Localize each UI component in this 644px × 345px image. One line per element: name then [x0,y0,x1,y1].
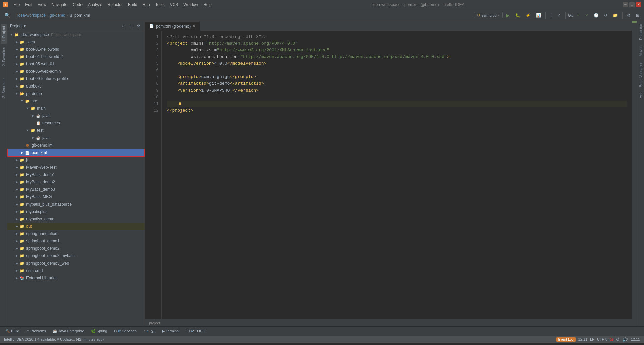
coverage-button[interactable]: ⚡ [524,12,533,19]
breadcrumb-gitdemo[interactable]: git-demo [50,13,65,18]
menu-edit[interactable]: Edit [22,2,35,8]
tree-label-main: main [37,106,46,111]
panel-settings-button[interactable]: ⚙ [135,23,142,29]
run-config-selector[interactable]: ⚙ ssm-crud ▾ [474,12,503,18]
menu-file[interactable]: File [11,2,22,8]
run-config-dropdown[interactable]: ▾ [498,14,500,17]
tree-item-mybatis2[interactable]: ▶ 📁 MyBatis_demo2 [7,178,145,186]
settings-button[interactable]: ⚙ [625,12,633,19]
right-tab-ant[interactable]: Ant [637,90,644,101]
tree-item-main[interactable]: ▼ 📁 main [7,105,145,112]
vcs-commit-button[interactable]: ✓ [555,12,563,19]
code-editor[interactable]: 1 2 3 4 5 6 7 8 9 10 11 12 <?xml version… [145,31,632,319]
menu-build[interactable]: Build [125,2,140,8]
menu-vcs[interactable]: VCS [167,2,181,8]
tree-item-workspace[interactable]: ▼ 📁 idea-workspace E:\idea-workspace [7,31,145,38]
status-position[interactable]: 12:11 [578,337,588,341]
tree-item-pom[interactable]: ▶ 📄 pom.xml [7,149,145,156]
menu-navigate[interactable]: Navigate [49,2,70,8]
tab-pomxml[interactable]: 📄 pom.xml (git-demo) ✕ [145,22,200,31]
right-tab-bean-validation[interactable]: Bean Validation [637,59,644,90]
tree-item-extlibs[interactable]: ▶ 📚 External Libraries [7,274,145,282]
close-button[interactable]: ✕ [636,2,641,7]
debug-button[interactable]: 🐛 [513,12,522,19]
bottom-tab-problems[interactable]: ⚠ Problems [23,328,49,334]
git-checkmark2[interactable]: ✓ [583,12,590,18]
git-remote[interactable]: 📁 [611,12,620,19]
tree-item-boot09[interactable]: ▶ 📁 boot-09-features-profile [7,75,145,82]
breadcrumb-workspace[interactable]: idea-workspace [17,13,46,18]
bottom-tab-git[interactable]: ⑃ 4: Git [141,329,158,334]
profile-button[interactable]: 📊 [534,12,543,19]
tree-item-ssm-crud[interactable]: ▶ 📁 ssm-crud [7,267,145,274]
panel-collapse-button[interactable]: ☰ [127,23,134,29]
status-encoding[interactable]: UTF-8 [597,337,607,341]
sidebar-tab-project[interactable]: 1: Project [1,24,7,44]
bottom-tab-java-enterprise[interactable]: ☕ Java Enterprise [50,328,87,334]
tree-item-dubbo[interactable]: ▶ 📁 dubbo-jt [7,82,145,90]
tree-item-mybatisx[interactable]: ▶ 📁 mybatisx_demo [7,215,145,223]
menu-analyze[interactable]: Analyze [85,2,105,8]
bottom-tab-terminal[interactable]: ▶ Terminal [159,328,182,334]
layout-button[interactable]: ⊞ [634,12,641,19]
tree-item-boot05-admin[interactable]: ▶ 📁 boot-05-web-admin [7,68,145,75]
panel-scroll-button[interactable]: ⊙ [120,23,126,29]
run-button[interactable]: ▶ [504,12,512,19]
tree-item-maven-web[interactable]: ▶ 📁 Maven-Web-Test [7,164,145,171]
bottom-tab-build[interactable]: 🔨 Build [3,328,22,334]
menu-refactor[interactable]: Refactor [105,2,125,8]
sidebar-tab-favorites[interactable]: 2: Favorites [1,45,7,68]
tree-item-boot01[interactable]: ▶ 📁 boot-01-helloworld [7,46,145,53]
git-checkmark1[interactable]: ✓ [575,12,582,18]
tree-item-gitdemo[interactable]: ▼ 📂 git-demo [7,90,145,97]
bottom-tab-services[interactable]: ⚙ 8: Services [111,328,139,334]
maximize-button[interactable]: □ [629,2,635,7]
tree-item-java[interactable]: ▶ ☕ java [7,112,145,119]
tree-item-mybatisplus[interactable]: ▶ 📁 mybatisplus [7,208,145,215]
status-linesep[interactable]: LF [590,337,594,341]
tree-item-test[interactable]: ▼ 📁 test [7,127,145,134]
code-content[interactable]: <?xml version="1.0" encoding="UTF-8"?> <… [162,31,632,319]
tree-item-boot05[interactable]: ▶ 📁 boot-05-web-01 [7,60,145,68]
status-message[interactable]: IntelliJ IDEA 2020.1.4 available: // Upd… [4,337,104,341]
tree-item-out[interactable]: ▶ 📁 out [7,223,145,230]
tree-item-java-test[interactable]: ▶ ☕ java [7,134,145,141]
menu-code[interactable]: Code [70,2,85,8]
tree-item-springboot2[interactable]: ▶ 📁 springboot_demo2 [7,245,145,252]
tree-item-idea[interactable]: ▶ 📁 .idea [7,38,145,46]
tree-item-mybatis-mbg[interactable]: ▶ 📁 MyBatis_MBG [7,193,145,200]
tree-item-resources[interactable]: ▶ 📋 resources [7,119,145,127]
tree-item-mybatis3[interactable]: ▶ 📁 MyBatis_demo3 [7,186,145,193]
minimize-button[interactable]: ─ [623,2,628,7]
vcs-update-button[interactable]: ↓ [548,12,554,19]
breadcrumb-pomxml[interactable]: 🗎 pom.xml [69,13,90,18]
tree-item-src[interactable]: ▼ 📁 src [7,97,145,105]
right-scroll-panel[interactable] [632,21,637,326]
toolbar-sep-1 [15,12,15,19]
menu-window[interactable]: Window [181,2,201,8]
tree-item-springboot3[interactable]: ▶ 📁 springboot_demo3_web [7,260,145,267]
menu-run[interactable]: Run [140,2,153,8]
tree-item-jt[interactable]: ▶ 📁 jt [7,156,145,164]
window-title: idea-workspace - pom.xml (git-demo) - In… [214,2,623,7]
bottom-tab-todo[interactable]: ☐ 6: TODO [184,328,208,334]
bottom-tab-spring[interactable]: 🌿 Spring [88,328,110,334]
menu-tools[interactable]: Tools [153,2,167,8]
tab-close-pom[interactable]: ✕ [193,24,195,28]
sidebar-tab-structure[interactable]: Z: Structure [1,76,7,100]
tree-item-mybatis1[interactable]: ▶ 📁 MyBatis_demo1 [7,171,145,178]
git-rollback[interactable]: ↺ [602,12,609,19]
git-history[interactable]: 🕐 [592,12,601,19]
tree-item-boot01-2[interactable]: ▶ 📁 boot-01-helloworld-2 [7,53,145,60]
menu-help[interactable]: Help [201,2,214,8]
tree-item-springboot1[interactable]: ▶ 📁 springboot_demo1 [7,237,145,245]
right-tab-database[interactable]: Database [637,21,644,43]
menu-view[interactable]: View [35,2,49,8]
back-button[interactable]: 🔍 [3,12,12,19]
right-tab-maven[interactable]: Maven [637,43,644,59]
tree-item-iml[interactable]: ▶ ⚙ git-demo.iml [7,141,145,149]
event-log-button[interactable]: Event Log [556,337,576,342]
tree-item-mybatis-plus[interactable]: ▶ 📁 mybatis_plus_datasource [7,200,145,208]
tree-item-springboot2-mybatis[interactable]: ▶ 📁 springboot_demo2_mybatis [7,252,145,260]
tree-item-spring-ann[interactable]: ▶ 📁 spring-annotation [7,230,145,237]
